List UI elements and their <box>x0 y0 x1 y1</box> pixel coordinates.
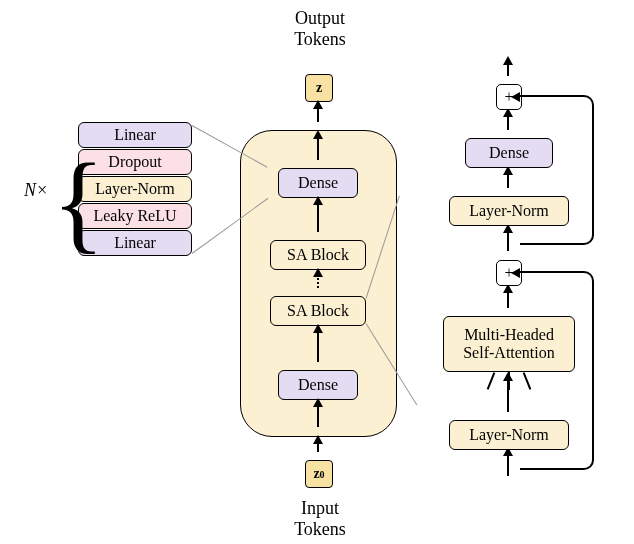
center-dense-bottom: Dense <box>278 370 358 400</box>
nx-brace: { <box>52 158 105 246</box>
mhsa-branch-mid <box>508 372 510 390</box>
center-dense-top: Dense <box>278 168 358 198</box>
mhsa-branch-left <box>487 372 496 389</box>
z0-input-token: z0 <box>305 460 333 488</box>
center-sa-block-bottom: SA Block <box>270 296 366 326</box>
z-glyph: z <box>316 80 322 96</box>
nx-label: N× <box>18 180 54 201</box>
residual-lower <box>520 271 594 470</box>
input-tokens-label: Input Tokens <box>260 498 380 540</box>
z0-sub: 0 <box>320 469 325 480</box>
z-output-token: z <box>305 74 333 102</box>
center-sa-block-top: SA Block <box>270 240 366 270</box>
residual-upper <box>520 95 594 245</box>
output-tokens-label: Output Tokens <box>260 8 380 50</box>
